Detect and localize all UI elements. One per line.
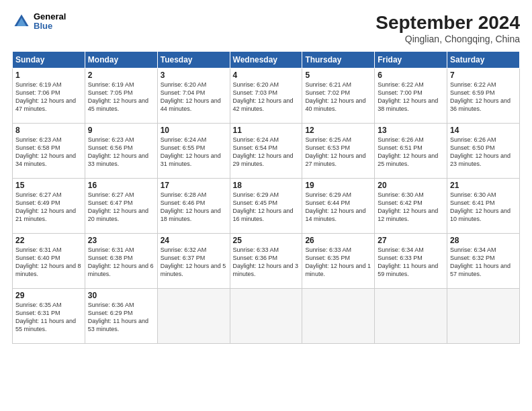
cell-content: Sunrise: 6:30 AMSunset: 6:41 PMDaylight:… <box>450 191 517 224</box>
cell-content: Sunrise: 6:26 AMSunset: 6:51 PMDaylight:… <box>378 136 444 169</box>
table-row: 9 Sunrise: 6:23 AMSunset: 6:56 PMDayligh… <box>85 124 157 179</box>
cell-content: Sunrise: 6:29 AMSunset: 6:45 PMDaylight:… <box>233 191 300 224</box>
day-number: 18 <box>233 181 300 190</box>
table-row <box>447 289 520 344</box>
calendar-week-row: 1 Sunrise: 6:19 AMSunset: 7:06 PMDayligh… <box>13 68 520 124</box>
cell-content: Sunrise: 6:36 AMSunset: 6:29 PMDaylight:… <box>88 301 154 334</box>
day-number: 26 <box>305 236 371 245</box>
cell-content: Sunrise: 6:22 AMSunset: 7:00 PMDaylight:… <box>378 81 444 113</box>
day-number: 2 <box>88 71 154 80</box>
day-number: 29 <box>15 291 82 300</box>
cell-content: Sunrise: 6:25 AMSunset: 6:53 PMDaylight:… <box>305 136 371 169</box>
day-number: 1 <box>15 71 82 80</box>
table-row: 1 Sunrise: 6:19 AMSunset: 7:06 PMDayligh… <box>13 68 85 124</box>
table-row: 30 Sunrise: 6:36 AMSunset: 6:29 PMDaylig… <box>85 289 157 344</box>
title-block: September 2024 Qinglian, Chongqing, Chin… <box>375 12 520 44</box>
table-row: 2 Sunrise: 6:19 AMSunset: 7:05 PMDayligh… <box>85 68 157 124</box>
cell-content: Sunrise: 6:23 AMSunset: 6:56 PMDaylight:… <box>88 136 154 169</box>
logo-icon <box>12 12 31 31</box>
table-row: 26 Sunrise: 6:33 AMSunset: 6:35 PMDaylig… <box>302 234 375 289</box>
cell-content: Sunrise: 6:27 AMSunset: 6:49 PMDaylight:… <box>15 191 82 224</box>
cell-content: Sunrise: 6:20 AMSunset: 7:03 PMDaylight:… <box>233 81 300 113</box>
table-row: 4 Sunrise: 6:20 AMSunset: 7:03 PMDayligh… <box>230 68 302 124</box>
day-number: 6 <box>378 71 444 80</box>
cell-content: Sunrise: 6:19 AMSunset: 7:06 PMDaylight:… <box>15 81 82 113</box>
logo-general: General <box>34 12 66 21</box>
cell-content: Sunrise: 6:28 AMSunset: 6:46 PMDaylight:… <box>161 191 227 224</box>
day-number: 20 <box>378 181 444 190</box>
cell-content: Sunrise: 6:35 AMSunset: 6:31 PMDaylight:… <box>15 301 82 334</box>
day-number: 21 <box>450 181 517 190</box>
table-row: 25 Sunrise: 6:33 AMSunset: 6:36 PMDaylig… <box>230 234 302 289</box>
cell-content: Sunrise: 6:27 AMSunset: 6:47 PMDaylight:… <box>88 191 154 224</box>
table-row: 12 Sunrise: 6:25 AMSunset: 6:53 PMDaylig… <box>302 124 375 179</box>
day-number: 13 <box>378 126 444 135</box>
cell-content: Sunrise: 6:34 AMSunset: 6:32 PMDaylight:… <box>450 246 517 279</box>
table-row: 6 Sunrise: 6:22 AMSunset: 7:00 PMDayligh… <box>375 68 447 124</box>
table-row <box>375 289 447 344</box>
calendar-week-row: 29 Sunrise: 6:35 AMSunset: 6:31 PMDaylig… <box>13 289 520 344</box>
day-number: 5 <box>305 71 371 80</box>
header: General Blue September 2024 Qinglian, Ch… <box>12 12 520 44</box>
table-row: 27 Sunrise: 6:34 AMSunset: 6:33 PMDaylig… <box>375 234 447 289</box>
cell-content: Sunrise: 6:33 AMSunset: 6:35 PMDaylight:… <box>305 246 371 279</box>
col-monday: Monday <box>85 52 157 68</box>
table-row <box>157 289 230 344</box>
col-sunday: Sunday <box>13 52 85 68</box>
table-row: 8 Sunrise: 6:23 AMSunset: 6:58 PMDayligh… <box>13 124 85 179</box>
cell-content: Sunrise: 6:31 AMSunset: 6:38 PMDaylight:… <box>88 246 154 279</box>
table-row: 18 Sunrise: 6:29 AMSunset: 6:45 PMDaylig… <box>230 179 302 234</box>
day-number: 23 <box>88 236 154 245</box>
calendar-week-row: 15 Sunrise: 6:27 AMSunset: 6:49 PMDaylig… <box>13 179 520 234</box>
cell-content: Sunrise: 6:23 AMSunset: 6:58 PMDaylight:… <box>15 136 82 169</box>
day-number: 14 <box>450 126 517 135</box>
day-number: 7 <box>450 71 517 80</box>
table-row: 21 Sunrise: 6:30 AMSunset: 6:41 PMDaylig… <box>447 179 520 234</box>
table-row <box>230 289 302 344</box>
table-row: 19 Sunrise: 6:29 AMSunset: 6:44 PMDaylig… <box>302 179 375 234</box>
day-number: 9 <box>88 126 154 135</box>
day-number: 11 <box>233 126 300 135</box>
table-row: 14 Sunrise: 6:26 AMSunset: 6:50 PMDaylig… <box>447 124 520 179</box>
cell-content: Sunrise: 6:22 AMSunset: 6:59 PMDaylight:… <box>450 81 517 113</box>
cell-content: Sunrise: 6:24 AMSunset: 6:55 PMDaylight:… <box>161 136 227 169</box>
day-number: 22 <box>15 236 82 245</box>
table-row: 10 Sunrise: 6:24 AMSunset: 6:55 PMDaylig… <box>157 124 230 179</box>
table-row: 7 Sunrise: 6:22 AMSunset: 6:59 PMDayligh… <box>447 68 520 124</box>
cell-content: Sunrise: 6:32 AMSunset: 6:37 PMDaylight:… <box>161 246 227 279</box>
cell-content: Sunrise: 6:31 AMSunset: 6:40 PMDaylight:… <box>15 246 82 279</box>
day-number: 19 <box>305 181 371 190</box>
cell-content: Sunrise: 6:33 AMSunset: 6:36 PMDaylight:… <box>233 246 300 279</box>
table-row: 24 Sunrise: 6:32 AMSunset: 6:37 PMDaylig… <box>157 234 230 289</box>
table-row: 20 Sunrise: 6:30 AMSunset: 6:42 PMDaylig… <box>375 179 447 234</box>
page: General Blue September 2024 Qinglian, Ch… <box>0 0 532 411</box>
col-thursday: Thursday <box>302 52 375 68</box>
logo: General Blue <box>12 12 66 32</box>
day-number: 16 <box>88 181 154 190</box>
day-number: 15 <box>15 181 82 190</box>
calendar-table: Sunday Monday Tuesday Wednesday Thursday… <box>12 51 520 344</box>
day-number: 8 <box>15 126 82 135</box>
cell-content: Sunrise: 6:30 AMSunset: 6:42 PMDaylight:… <box>378 191 444 224</box>
table-row: 13 Sunrise: 6:26 AMSunset: 6:51 PMDaylig… <box>375 124 447 179</box>
table-row: 28 Sunrise: 6:34 AMSunset: 6:32 PMDaylig… <box>447 234 520 289</box>
calendar-header-row: Sunday Monday Tuesday Wednesday Thursday… <box>13 52 520 68</box>
table-row: 17 Sunrise: 6:28 AMSunset: 6:46 PMDaylig… <box>157 179 230 234</box>
table-row: 3 Sunrise: 6:20 AMSunset: 7:04 PMDayligh… <box>157 68 230 124</box>
col-tuesday: Tuesday <box>157 52 230 68</box>
day-number: 3 <box>161 71 227 80</box>
cell-content: Sunrise: 6:21 AMSunset: 7:02 PMDaylight:… <box>305 81 371 113</box>
cell-content: Sunrise: 6:24 AMSunset: 6:54 PMDaylight:… <box>233 136 300 169</box>
day-number: 4 <box>233 71 300 80</box>
day-number: 10 <box>161 126 227 135</box>
location-subtitle: Qinglian, Chongqing, China <box>375 34 520 44</box>
calendar-week-row: 8 Sunrise: 6:23 AMSunset: 6:58 PMDayligh… <box>13 124 520 179</box>
day-number: 27 <box>378 236 444 245</box>
col-saturday: Saturday <box>447 52 520 68</box>
col-friday: Friday <box>375 52 447 68</box>
cell-content: Sunrise: 6:29 AMSunset: 6:44 PMDaylight:… <box>305 191 371 224</box>
table-row: 15 Sunrise: 6:27 AMSunset: 6:49 PMDaylig… <box>13 179 85 234</box>
table-row <box>302 289 375 344</box>
day-number: 24 <box>161 236 227 245</box>
table-row: 22 Sunrise: 6:31 AMSunset: 6:40 PMDaylig… <box>13 234 85 289</box>
